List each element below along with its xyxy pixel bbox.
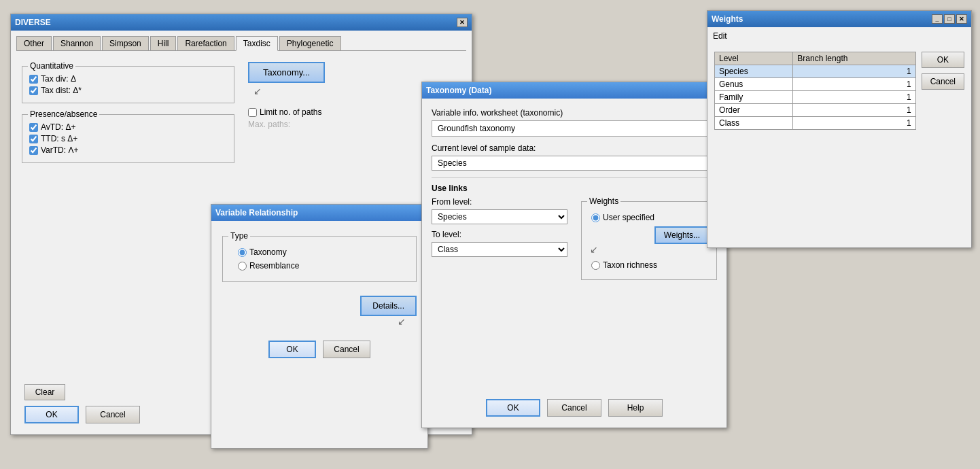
presence-absence-group: Presence/absence AvTD: Δ+ TTD: s Δ+ VarT… [22,114,234,163]
weights-maximize-btn[interactable]: □ [944,14,955,24]
worksheet-label: Variable info. worksheet (taxonomic) [432,108,563,118]
taxonomy-radio-row: Taxonomy [238,247,409,257]
order-level: Order [715,104,793,117]
weights-close-btn[interactable]: ✕ [956,14,967,24]
to-level-label: To level: [432,230,461,239]
table-row[interactable]: Class 1 [715,117,916,130]
taxonomy-data-titlebar: Taxonomy (Data) [422,82,727,99]
diverse-tabs: Other Shannon Simpson Hill Rarefaction T… [16,36,466,51]
diverse-controls: ✕ [457,18,468,27]
taxdiv-row: Tax div: Δ [29,74,227,84]
diverse-ok-button[interactable]: OK [24,406,79,423]
presence-absence-label: Presence/absence [28,109,99,119]
taxonomy-radio[interactable] [238,248,247,257]
weights-edit-menu[interactable]: Edit [713,31,727,41]
weights-titlebar: Weights _ □ ✕ [707,11,971,27]
branch-length-header: Branch length [793,52,915,65]
diverse-cancel-button[interactable]: Cancel [86,406,140,423]
weights-group: Weights User specified Weights... ↙ Taxo… [581,201,717,280]
current-level-select[interactable]: Species [432,156,717,171]
quantitative-group: Quantitative Tax div: Δ Tax dist: Δ* [22,66,234,103]
taxonomy-button[interactable]: Taxonomy... [248,62,325,83]
taxdist-row: Tax dist: Δ* [29,86,227,95]
variable-relationship-title: Variable Relationship [215,208,298,218]
weights-ok-button[interactable]: OK [922,52,964,68]
taxonomy-data-title: Taxonomy (Data) [426,86,491,95]
to-level-select[interactable]: Class [432,242,567,257]
worksheet-section: Variable info. worksheet (taxonomic) Gro… [432,108,717,137]
current-level-label: Current level of sample data: [432,143,536,153]
variable-relationship-content: Type Taxonomy Resemblance Details... ↙ O… [211,221,427,369]
vartd-checkbox[interactable] [29,146,38,155]
to-level-dropdown: Class [432,242,567,257]
avtd-checkbox[interactable] [29,123,38,132]
taxonomy-data-ok-button[interactable]: OK [486,399,540,417]
avtd-label: AvTD: Δ+ [41,122,75,132]
variable-relationship-titlebar: Variable Relationship [211,205,427,221]
weights-cancel-button[interactable]: Cancel [922,73,964,90]
vartd-row: VarTD: Λ+ [29,145,227,155]
bottom-buttons: OK Cancel [24,406,140,423]
vartd-label: VarTD: Λ+ [41,145,78,155]
variable-relationship-bottom-buttons: OK Cancel [222,341,417,358]
type-group: Type Taxonomy Resemblance [222,236,417,282]
genus-level: Genus [715,78,793,91]
variable-relationship-ok-button[interactable]: OK [268,341,316,358]
weights-table: Level Branch length Species 1 Genus 1 Fa… [714,52,916,130]
order-branch: 1 [793,104,915,117]
tab-simpson[interactable]: Simpson [102,36,149,50]
limit-paths-checkbox[interactable] [248,108,257,117]
weights-buttons: OK Cancel [922,49,964,130]
links-weights-section: From level: Species To level: Class [432,197,717,284]
user-specified-row: User specified [591,213,710,222]
diverse-titlebar: DIVERSE ✕ [11,14,472,31]
from-level-select[interactable]: Species [432,209,567,224]
weights-title: Weights [712,14,743,24]
weights-button[interactable]: Weights... [654,226,710,244]
taxdist-checkbox[interactable] [29,86,38,95]
weights-minimize-btn[interactable]: _ [932,14,943,24]
current-level-dropdown: Species [432,156,717,171]
genus-branch: 1 [793,78,915,91]
variable-relationship-cancel-button[interactable]: Cancel [323,341,370,358]
ttd-checkbox[interactable] [29,135,38,143]
table-row[interactable]: Genus 1 [715,78,916,91]
weights-group-label: Weights [587,196,620,206]
table-row[interactable]: Family 1 [715,91,916,104]
tab-other[interactable]: Other [16,36,52,50]
details-btn-area: Details... ↙ [222,296,417,327]
user-specified-radio[interactable] [591,213,600,222]
taxdiv-checkbox[interactable] [29,75,38,84]
tab-phylogenetic[interactable]: Phylogenetic [279,36,341,50]
use-links-label: Use links [432,184,717,193]
table-row[interactable]: Species 1 [715,65,916,78]
taxonomy-data-cancel-button[interactable]: Cancel [547,399,601,417]
taxonomy-data-help-button[interactable]: Help [608,399,663,417]
weights-table-area: Level Branch length Species 1 Genus 1 Fa… [714,49,916,130]
taxdiv-label: Tax div: Δ [41,74,76,84]
taxon-richness-radio[interactable] [591,261,600,270]
resemblance-radio-row: Resemblance [238,261,409,271]
diverse-close-btn[interactable]: ✕ [457,18,468,27]
taxonomy-data-bottom-buttons: OK Cancel Help [422,399,727,417]
diverse-content: Other Shannon Simpson Hill Rarefaction T… [11,31,472,178]
clear-button[interactable]: Clear [24,384,65,400]
limit-paths-label: Limit no. of paths [260,107,321,117]
resemblance-radio[interactable] [238,262,247,271]
family-level: Family [715,91,793,104]
ttd-row: TTD: s Δ+ [29,134,227,143]
avtd-row: AvTD: Δ+ [29,122,227,132]
weights-menu: Edit [707,27,971,45]
table-row[interactable]: Order 1 [715,104,916,117]
details-button[interactable]: Details... [360,296,417,316]
max-paths-label: Max. paths: [248,120,290,129]
diverse-title: DIVERSE [15,18,51,27]
level-header: Level [715,52,793,65]
taxdist-label: Tax dist: Δ* [41,86,82,95]
type-label: Type [228,231,250,241]
weights-window: Weights _ □ ✕ Edit Level Branch length S… [707,10,972,248]
tab-shannon[interactable]: Shannon [53,36,101,50]
tab-taxdisc[interactable]: Taxdisc [236,36,278,51]
tab-rarefaction[interactable]: Rarefaction [177,36,234,50]
tab-hill[interactable]: Hill [150,36,177,50]
